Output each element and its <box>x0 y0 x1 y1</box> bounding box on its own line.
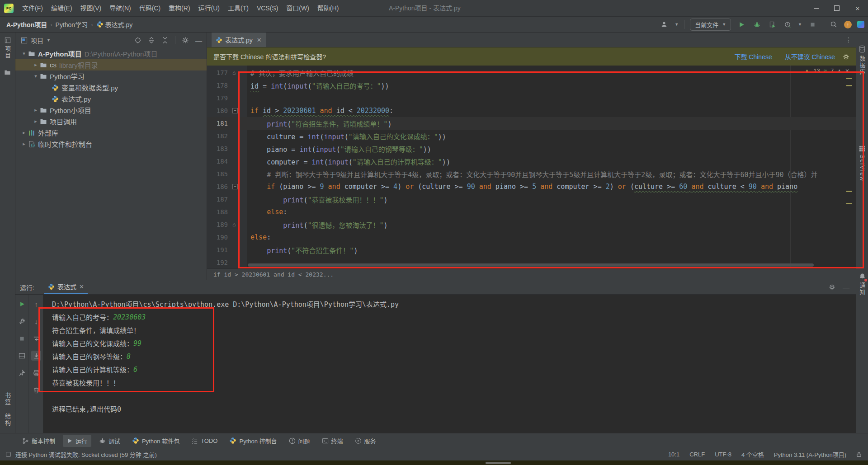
user-icon[interactable] <box>659 19 669 29</box>
code-line-179[interactable]: 179 <box>207 92 856 104</box>
toolwindow-tab-python-console[interactable]: Python 控制台 <box>225 435 281 447</box>
tree-item-python-study[interactable]: ▾Python学习 <box>15 70 207 82</box>
print-icon[interactable] <box>31 368 41 378</box>
status-indent[interactable]: 4 个空格 <box>741 450 764 459</box>
profiler-button[interactable] <box>783 19 793 29</box>
toolwindow-tab-run[interactable]: 运行 <box>63 435 91 447</box>
chevron-right-icon[interactable]: ▸ <box>20 130 28 136</box>
horizontal-scrollbar[interactable] <box>248 263 814 267</box>
line-number[interactable]: 183 <box>207 145 228 152</box>
line-number[interactable]: 188 <box>207 208 228 216</box>
clear-console-icon[interactable] <box>31 385 41 395</box>
code-line-182[interactable]: 182 culture = int(input("请输入自己的文化课成绩：")) <box>207 130 856 142</box>
chevron-down-icon[interactable]: ▼ <box>47 38 51 42</box>
gear-icon[interactable] <box>182 37 189 44</box>
tree-item-python-mini[interactable]: ▸Python小项目 <box>15 104 207 116</box>
code-line-178[interactable]: 178id = int(input("请输入自己的考号：")) <box>207 79 856 92</box>
run-tab-expression[interactable]: 表达式 ✕ <box>44 280 88 294</box>
maximize-button[interactable] <box>826 0 847 16</box>
code-line-180[interactable]: 180−if id > 20230601 and id < 20232000: <box>207 104 856 117</box>
tree-item-root[interactable]: ▾A-Python项目D:\Python\A-Python项目 <box>15 48 207 59</box>
line-number[interactable]: 186 <box>207 183 228 190</box>
error-stripe-mark[interactable] <box>846 85 852 86</box>
code-line-191[interactable]: 191 print("不符合招生条件！") <box>207 244 856 256</box>
code-line-188[interactable]: 188 else: <box>207 206 856 218</box>
line-number[interactable]: 177 <box>207 69 228 76</box>
hide-panel-icon[interactable]: — <box>195 37 202 44</box>
status-message[interactable]: 连接 Python 调试器失败: Socket closed (59 分钟 之前… <box>5 450 157 459</box>
menu-item-run[interactable]: 运行(U) <box>194 0 224 16</box>
menu-item-file[interactable]: 文件(F) <box>18 0 47 16</box>
status-interpreter[interactable]: Python 3.11 (A-Python项目) <box>774 450 846 459</box>
expand-all-icon[interactable] <box>148 37 155 44</box>
close-widget-icon[interactable]: ✕ <box>845 68 849 74</box>
chevron-right-icon[interactable]: ▸ <box>32 62 40 68</box>
toolwindow-tab-problems[interactable]: 问题 <box>285 435 314 447</box>
menu-item-view[interactable]: 视图(V) <box>76 0 106 16</box>
menu-item-help[interactable]: 帮助(H) <box>313 0 343 16</box>
code-line-192[interactable]: 192 <box>207 256 856 269</box>
menu-item-edit[interactable]: 编辑(E) <box>47 0 76 16</box>
line-number[interactable]: 190 <box>207 234 228 241</box>
stop-button[interactable] <box>807 19 817 29</box>
line-number[interactable]: 184 <box>207 158 228 165</box>
menu-item-refactor[interactable]: 重构(R) <box>165 0 194 16</box>
sidebar-item-sciview[interactable]: SciView <box>856 146 868 182</box>
code-line-186[interactable]: 186− if (piano >= 9 and computer >= 4) o… <box>207 180 856 193</box>
search-everywhere-icon[interactable] <box>829 19 839 29</box>
profiler-dropdown-caret-icon[interactable]: ▼ <box>798 22 802 27</box>
line-number[interactable]: 189 <box>207 221 228 228</box>
error-stripe-mark[interactable] <box>846 191 852 192</box>
code-line-183[interactable]: 183 piano = int(input("请输入自己的钢琴等级：")) <box>207 142 856 155</box>
error-stripe-mark[interactable] <box>846 78 852 79</box>
sidebar-item-notifications[interactable]: 通知 <box>856 273 868 296</box>
line-number[interactable]: 181 <box>207 120 228 127</box>
sidebar-item-bookmarks[interactable]: 书签 <box>0 389 15 409</box>
line-number[interactable]: 191 <box>207 246 228 254</box>
never-suggest-link[interactable]: 从不建议 Chinese <box>785 52 835 61</box>
status-caret-position[interactable]: 10:1 <box>668 451 679 458</box>
menu-item-vcs[interactable]: VCS(S) <box>253 0 282 16</box>
menu-item-code[interactable]: 代码(C) <box>135 0 165 16</box>
breadcrumb-file[interactable]: 表达式.py <box>105 20 133 29</box>
collapse-all-icon[interactable] <box>161 37 169 44</box>
code-area[interactable]: 177⌂# 其次，要求用户输入自己的成绩178id = int(input("请… <box>207 66 856 268</box>
run-with-coverage-button[interactable] <box>767 19 777 29</box>
scroll-down-icon[interactable]: ↓ <box>31 316 41 326</box>
sidebar-item-project[interactable]: 项目 <box>0 33 15 63</box>
sidebar-item-structure[interactable]: 结构 <box>0 409 15 430</box>
toolwindow-tab-debug[interactable]: 调试 <box>95 435 124 447</box>
run-settings-gear-icon[interactable] <box>829 284 835 291</box>
error-stripe-mark[interactable] <box>846 203 852 204</box>
user-dropdown-caret-icon[interactable]: ▼ <box>675 22 679 27</box>
breadcrumb-folder[interactable]: Python学习 <box>56 20 88 29</box>
fold-icon[interactable]: − <box>232 108 238 113</box>
line-number[interactable]: 179 <box>207 94 228 102</box>
soft-wrap-icon[interactable] <box>31 333 41 343</box>
locate-file-icon[interactable] <box>134 37 142 44</box>
code-line-187[interactable]: 187 print("恭喜被我校录用！！！") <box>207 193 856 206</box>
tree-item-external-lib[interactable]: ▸外部库 <box>15 127 207 138</box>
banner-gear-icon[interactable] <box>843 53 849 60</box>
close-tab-icon[interactable]: ✕ <box>257 37 262 43</box>
chevron-down-icon[interactable]: ▾ <box>32 73 40 79</box>
line-number[interactable]: 180 <box>207 107 228 114</box>
line-number[interactable]: 182 <box>207 132 228 140</box>
toolwindow-tab-version-control[interactable]: 版本控制 <box>18 435 59 447</box>
rerun-button[interactable] <box>17 299 27 309</box>
line-number[interactable]: 187 <box>207 196 228 203</box>
sidebar-item-commit[interactable] <box>0 63 15 80</box>
menu-item-tools[interactable]: 工具(T) <box>224 0 253 16</box>
context-hint-bar[interactable]: if id > 20230601 and id < 20232... <box>207 268 856 280</box>
tab-expression-py[interactable]: 表达式.py ✕ <box>212 33 266 47</box>
code-line-184[interactable]: 184 computer = int(input("请输入自己的计算机等级：")… <box>207 155 856 168</box>
ide-update-icon[interactable]: ↑ <box>844 21 852 28</box>
toolwindow-tab-python-packages[interactable]: Python 软件包 <box>128 435 184 447</box>
debug-button[interactable] <box>752 19 762 29</box>
code-line-189[interactable]: 189⌂ print("很遗憾，您被淘汰了！") <box>207 218 856 231</box>
stop-process-button[interactable] <box>17 333 27 343</box>
toolwindow-tab-services[interactable]: 服务 <box>351 435 380 447</box>
minimize-button[interactable] <box>806 0 826 16</box>
code-line-185[interactable]: 185 # 判断：钢琴大于等于9级并且计算机大于等于4级，录取；或者：文化大于等… <box>207 168 856 180</box>
menu-item-window[interactable]: 窗口(W) <box>282 0 313 16</box>
